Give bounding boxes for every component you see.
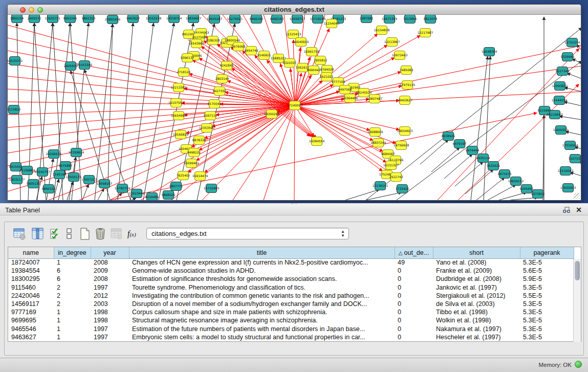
table-cell[interactable]: Estimation of significance thresholds fo… [129, 275, 395, 283]
table-cell[interactable]: 0 [395, 325, 433, 333]
table-cell[interactable]: 1998 [91, 308, 129, 316]
table-settings-icon[interactable] [13, 227, 26, 240]
table-cell[interactable]: Disruption of a novel member of a sodium… [129, 300, 395, 308]
table-cell[interactable]: 18300295 [8, 275, 54, 283]
table-cell[interactable]: 0 [395, 283, 433, 292]
table-cell[interactable]: Tourette syndrome. Phenomenology and cla… [129, 283, 395, 292]
table-cell[interactable]: 0 [395, 267, 433, 275]
table-row[interactable]: 1830029562008Estimation of significance … [8, 275, 574, 283]
table-cell[interactable]: 2008 [91, 275, 129, 283]
table-cell[interactable]: 5.3E-5 [520, 325, 574, 333]
table-scrollbar-thumb[interactable] [575, 261, 580, 280]
table-cell[interactable]: 5.3E-5 [520, 316, 574, 324]
table-cell[interactable]: 6 [54, 267, 91, 275]
table-cell[interactable]: 19384554 [8, 267, 54, 275]
table-cell[interactable]: 5.5E-5 [520, 292, 574, 300]
table-cell[interactable]: 1997 [91, 283, 129, 292]
table-cell[interactable]: 2009 [91, 267, 129, 275]
table-cell[interactable]: 6 [54, 275, 91, 283]
table-cell[interactable]: 2 [54, 292, 91, 300]
table-row[interactable]: 1456911722003Disruption of a novel membe… [8, 300, 574, 308]
table-cell[interactable]: 2 [54, 283, 91, 292]
table-row[interactable]: 969969511998Structural magnetic resonanc… [8, 316, 574, 324]
table-cell[interactable]: 0 [395, 300, 433, 308]
table-cell[interactable]: 5.3E-5 [520, 258, 574, 267]
table-cell[interactable]: 1 [54, 258, 91, 267]
table-cell[interactable]: Corpus callosum shape and size in male p… [129, 308, 395, 316]
table-cell[interactable]: 22420046 [8, 292, 54, 300]
table-cell[interactable]: 5.3E-5 [520, 333, 574, 341]
table-cell[interactable]: 2008 [91, 258, 129, 267]
delete-table-icon[interactable] [94, 227, 107, 240]
table-cell[interactable]: Tibbo et al. (1998) [433, 308, 520, 316]
table-row[interactable]: 2242004622012Investigating the contribut… [8, 292, 574, 300]
table-cell[interactable]: 9463627 [8, 333, 54, 341]
table-cell[interactable]: 2 [54, 300, 91, 308]
table-cell[interactable]: Hescheler et al. (1997) [433, 333, 520, 341]
table-row[interactable]: 946362711997Embryonic stem cells: a mode… [8, 333, 574, 341]
table-row[interactable]: 1938455462009Genome-wide association stu… [8, 267, 574, 275]
table-cell[interactable]: 5.9E-5 [520, 275, 574, 283]
float-panel-icon[interactable] [562, 206, 571, 214]
column-header-name[interactable]: name [8, 247, 54, 258]
function-builder-icon[interactable]: f(x) [127, 229, 141, 243]
canvas-resize-grip[interactable] [574, 193, 580, 199]
table-cell[interactable]: Nakamura et al. (1997) [433, 325, 520, 333]
table-cell[interactable]: 1997 [91, 325, 129, 333]
network-window-titlebar[interactable]: citations_edges.txt [8, 5, 581, 15]
table-cell[interactable]: 0 [395, 275, 433, 283]
table-cell[interactable]: 2003 [91, 300, 129, 308]
table-cell[interactable]: 0 [395, 316, 433, 324]
column-header-out_de[interactable]: △out_de... [395, 247, 433, 258]
table-cell[interactable]: 5.3E-5 [520, 300, 574, 308]
table-cell[interactable]: Estimation of the future numbers of pati… [129, 325, 395, 333]
table-cell[interactable]: 5.3E-5 [520, 283, 574, 292]
table-cell[interactable]: Genome-wide association studies in ADHD. [129, 267, 395, 275]
merge-rows-icon[interactable] [65, 227, 78, 240]
table-cell[interactable]: Dudbridge et al. (2008) [433, 275, 520, 283]
table-cell[interactable]: 5.3E-5 [520, 308, 574, 316]
table-cell[interactable]: 14569117 [8, 300, 54, 308]
table-selector[interactable]: citations_edges.txt ▲▼ [146, 228, 349, 239]
table-cell[interactable]: 9777169 [8, 308, 54, 316]
table-cell[interactable]: Jankovic et al. (1997) [433, 283, 520, 292]
column-header-title[interactable]: title [129, 247, 395, 258]
new-table-icon[interactable] [78, 227, 92, 240]
table-cell[interactable]: 1 [54, 316, 91, 324]
table-row[interactable]: 1872400712008Changes of HCN gene express… [8, 258, 574, 267]
column-header-in_degree[interactable]: in_degree [54, 247, 91, 258]
table-row[interactable]: 911546021997Tourette syndrome. Phenomeno… [8, 283, 574, 292]
table-cell[interactable]: 9699695 [8, 316, 54, 324]
table-cell[interactable]: 5.6E-5 [520, 267, 574, 275]
select-column-icon[interactable] [31, 227, 45, 240]
column-header-pagerank[interactable]: pagerank [520, 247, 574, 258]
column-header-short[interactable]: short [433, 247, 520, 258]
table-cell[interactable]: 18724007 [8, 258, 54, 267]
select-rows-icon[interactable] [50, 227, 63, 240]
table-cell[interactable]: Stergiakouli et al. (2012) [433, 292, 520, 300]
table-cell[interactable]: 9115460 [8, 283, 54, 292]
table-cell[interactable]: de Silva et al. (2003) [433, 300, 520, 308]
table-cell[interactable]: 1 [54, 325, 91, 333]
column-header-year[interactable]: year [91, 247, 129, 258]
table-cell[interactable]: 2012 [91, 292, 129, 300]
table-cell[interactable]: 49 [395, 258, 433, 267]
table-cell[interactable]: Embryonic stem cells: a model to study s… [129, 333, 395, 341]
table-cell[interactable]: 0 [395, 308, 433, 316]
table-cell[interactable]: Changes of HCN gene expression and I(f) … [129, 258, 395, 267]
table-cell[interactable]: 9465546 [8, 325, 54, 333]
table-scrollbar[interactable] [573, 259, 581, 342]
memory-status-icon[interactable] [575, 361, 582, 368]
table-cell[interactable]: 1 [54, 308, 91, 316]
network-canvas[interactable]: 1860254240557210931731866324598623202089… [8, 15, 581, 200]
table-cell[interactable]: Franke et al. (2009) [433, 267, 520, 275]
table-row[interactable]: 977716911998Corpus callosum shape and si… [8, 308, 574, 316]
table-cell[interactable]: Wolkin et al. (1998) [433, 316, 520, 324]
close-panel-icon[interactable]: ✕ [574, 206, 583, 214]
table-cell[interactable]: Investigating the contribution of common… [129, 292, 395, 300]
table-cell[interactable]: Yano et al. (2008) [433, 258, 520, 267]
table-cell[interactable]: 1 [54, 333, 91, 341]
table-cell[interactable]: 1998 [91, 316, 129, 324]
table-cell[interactable]: Structural magnetic resonance image aver… [129, 316, 395, 324]
table-row[interactable]: 946554611997Estimation of the future num… [8, 325, 574, 333]
